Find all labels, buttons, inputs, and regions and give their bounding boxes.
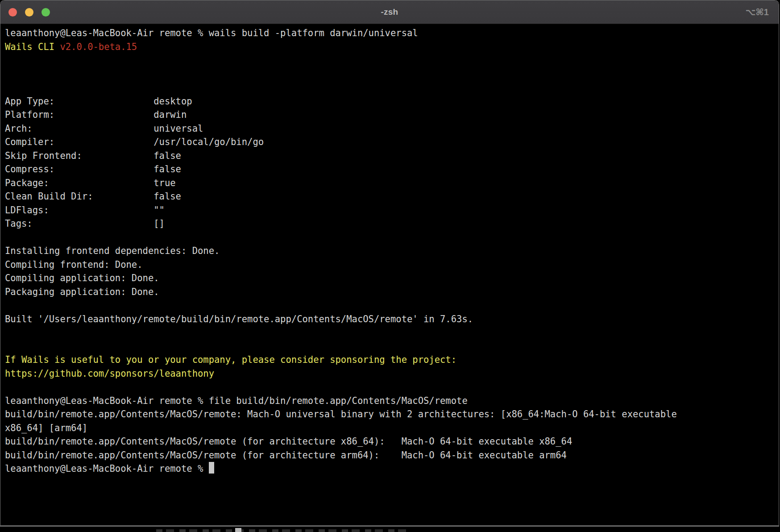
terminal-line: build/bin/remote.app/Contents/MacOS/remo… [5, 449, 779, 462]
terminal-line [5, 380, 779, 394]
terminal-line: Built '/Users/leaanthony/remote/build/bi… [5, 312, 779, 326]
terminal-line: Compress: false [5, 162, 779, 176]
terminal-line: leaanthony@Leas-MacBook-Air remote % [5, 462, 779, 476]
terminal-line: Clean Build Dir: false [5, 190, 779, 204]
terminal-line: LDFlags: "" [5, 204, 779, 217]
terminal-line: Arch: universal [5, 122, 779, 136]
terminal-line: Installing frontend dependencies: Done. [5, 244, 779, 258]
terminal-line: x86_64] [arm64] [5, 421, 779, 435]
background-clipped-text [156, 529, 406, 532]
terminal-line: Package: true [5, 176, 779, 190]
terminal-line: Packaging application: Done. [5, 285, 779, 299]
background-window-sliver [0, 528, 780, 532]
terminal-line: Tags: [] [5, 217, 779, 231]
terminal-line: Wails CLI v2.0.0-beta.15 [5, 40, 779, 54]
close-button[interactable] [8, 8, 17, 17]
terminal-line: Platform: darwin [5, 108, 779, 122]
traffic-lights [8, 0, 50, 24]
terminal-line [5, 299, 779, 312]
terminal-line [5, 231, 779, 245]
terminal-line: Compiler: /usr/local/go/bin/go [5, 135, 779, 149]
zoom-button[interactable] [41, 8, 50, 17]
terminal-line [5, 67, 779, 81]
terminal-line: leaanthony@Leas-MacBook-Air remote % fil… [5, 394, 779, 408]
minimize-button[interactable] [25, 8, 33, 17]
background-clipped-cursor [235, 528, 241, 532]
window-title: -zsh [381, 7, 398, 17]
terminal-line: leaanthony@Leas-MacBook-Air remote % wai… [5, 26, 779, 40]
terminal-line [5, 340, 779, 353]
terminal-line: build/bin/remote.app/Contents/MacOS/remo… [5, 407, 779, 421]
titlebar[interactable]: -zsh ⌥⌘1 [0, 0, 779, 24]
terminal-line: App Type: desktop [5, 95, 779, 108]
terminal-line [5, 54, 779, 67]
terminal-line: https://github.com/sponsors/leaanthony [5, 367, 779, 381]
terminal-line: If Wails is useful to you or your compan… [5, 353, 779, 367]
terminal-line [5, 81, 779, 95]
tab-shortcut-label: ⌥⌘1 [745, 0, 769, 24]
terminal-window: -zsh ⌥⌘1 leaanthony@Leas-MacBook-Air rem… [0, 0, 779, 527]
terminal-line: build/bin/remote.app/Contents/MacOS/remo… [5, 435, 779, 449]
terminal-output[interactable]: leaanthony@Leas-MacBook-Air remote % wai… [0, 24, 779, 525]
terminal-line [5, 326, 779, 340]
terminal-line: Compiling application: Done. [5, 271, 779, 285]
terminal-line: Compiling frontend: Done. [5, 258, 779, 272]
terminal-line: Skip Frontend: false [5, 149, 779, 163]
desktop-screen: -zsh ⌥⌘1 leaanthony@Leas-MacBook-Air rem… [0, 0, 780, 532]
terminal-cursor [209, 462, 214, 474]
